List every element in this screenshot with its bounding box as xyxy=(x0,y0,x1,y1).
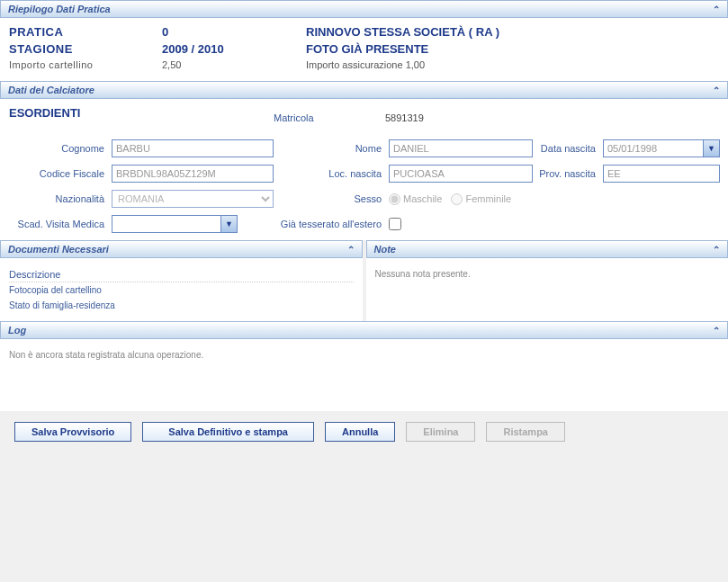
chevron-down-icon[interactable]: ▼ xyxy=(703,140,719,157)
sesso-label: Sesso xyxy=(277,193,385,204)
data-nascita-label: Data nascita xyxy=(536,143,599,154)
nome-input[interactable] xyxy=(389,139,533,157)
doc-item[interactable]: Stato di famiglia-residenza xyxy=(9,298,354,313)
matricola-value: 5891319 xyxy=(385,112,424,123)
docs-panel-header[interactable]: Documenti Necessari ⌃ xyxy=(0,240,363,258)
loc-nascita-input[interactable] xyxy=(389,165,533,183)
log-header-title: Log xyxy=(8,325,26,336)
player-panel-header[interactable]: Dati del Calciatore ⌃ xyxy=(0,81,728,99)
nazionalita-label: Nazionalità xyxy=(9,193,108,204)
cf-label: Codice Fiscale xyxy=(9,168,108,179)
elimina-button: Elimina xyxy=(406,422,475,442)
pratica-label: PRATICA xyxy=(9,25,162,39)
log-empty-text: Non è ancora stata registrata alcuna ope… xyxy=(9,346,719,363)
docs-header-title: Documenti Necessari xyxy=(8,244,109,255)
stagione-label: STAGIONE xyxy=(9,42,162,56)
scad-visita-input[interactable] xyxy=(112,216,220,232)
data-nascita-input[interactable] xyxy=(604,140,703,157)
summary-panel-header[interactable]: Riepilogo Dati Pratica ⌃ xyxy=(0,0,728,18)
operation-type: RINNOVO STESSA SOCIETÀ ( RA ) xyxy=(306,25,499,39)
player-panel-body: ESORDIENTI Matricola 5891319 Cognome Nom… xyxy=(0,99,728,240)
importo-cartellino-label: Importo cartellino xyxy=(9,59,162,70)
prov-nascita-input[interactable] xyxy=(603,165,720,183)
cognome-input[interactable] xyxy=(112,139,274,157)
summary-header-title: Riepilogo Dati Pratica xyxy=(8,4,111,14)
log-panel-body: Non è ancora stata registrata alcuna ope… xyxy=(0,339,728,411)
notes-header-title: Note xyxy=(374,244,396,255)
sesso-maschile-radio xyxy=(389,193,400,205)
notes-panel-body: Nessuna nota presente. xyxy=(366,258,729,321)
cf-input[interactable] xyxy=(112,165,274,183)
sesso-radio-group: Maschile Femminile xyxy=(389,193,533,205)
sesso-femminile-radio xyxy=(451,193,463,205)
category-title: ESORDIENTI xyxy=(9,106,270,120)
stagione-value: 2009 / 2010 xyxy=(162,42,306,56)
importo-cartellino-value: 2,50 xyxy=(162,59,306,70)
prov-nascita-label: Prov. nascita xyxy=(536,168,599,179)
ristampa-button: Ristampa xyxy=(486,422,565,442)
button-bar: Salva Provvisorio Salva Definitivo e sta… xyxy=(0,411,728,452)
foto-status: FOTO GIÀ PRESENTE xyxy=(306,42,428,56)
docs-panel-body: Descrizione Fotocopia del cartellino Sta… xyxy=(0,258,363,321)
cognome-label: Cognome xyxy=(9,143,108,154)
loc-nascita-label: Loc. nascita xyxy=(277,168,385,179)
salva-provvisorio-button[interactable]: Salva Provvisorio xyxy=(14,422,131,442)
tesserato-label: Già tesserato all'estero xyxy=(277,219,385,229)
collapse-icon[interactable]: ⌃ xyxy=(713,326,720,336)
annulla-button[interactable]: Annulla xyxy=(325,422,395,442)
notes-panel-header[interactable]: Note ⌃ xyxy=(366,240,729,258)
docs-desc-label: Descrizione xyxy=(9,265,354,282)
notes-empty-text: Nessuna nota presente. xyxy=(375,265,720,282)
pratica-value: 0 xyxy=(162,25,306,39)
salva-definitivo-button[interactable]: Salva Definitivo e stampa xyxy=(142,422,314,442)
matricola-label: Matricola xyxy=(274,112,382,123)
summary-panel-body: PRATICA 0 RINNOVO STESSA SOCIETÀ ( RA ) … xyxy=(0,18,728,81)
tesserato-checkbox[interactable] xyxy=(389,218,401,230)
player-header-title: Dati del Calciatore xyxy=(8,85,94,95)
data-nascita-field[interactable]: ▼ xyxy=(603,139,720,157)
log-panel-header[interactable]: Log ⌃ xyxy=(0,321,728,339)
collapse-icon[interactable]: ⌃ xyxy=(713,245,720,255)
nome-label: Nome xyxy=(277,143,385,154)
scad-visita-field[interactable]: ▼ xyxy=(112,215,238,233)
nazionalita-select[interactable]: ROMANIA xyxy=(112,190,274,208)
collapse-icon[interactable]: ⌃ xyxy=(713,4,720,14)
collapse-icon[interactable]: ⌃ xyxy=(347,245,355,255)
scad-visita-label: Scad. Visita Medica xyxy=(9,219,108,229)
doc-item[interactable]: Fotocopia del cartellino xyxy=(9,282,354,298)
importo-assicurazione: Importo assicurazione 1,00 xyxy=(306,59,425,70)
chevron-down-icon[interactable]: ▼ xyxy=(220,216,237,232)
collapse-icon[interactable]: ⌃ xyxy=(713,85,720,95)
